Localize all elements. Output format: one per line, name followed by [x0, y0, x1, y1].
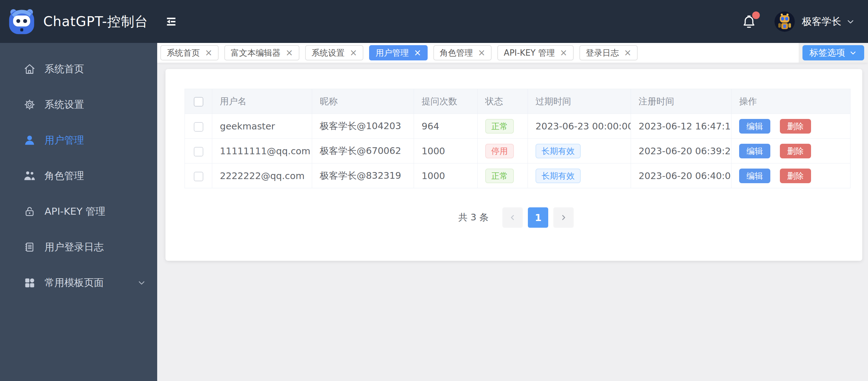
nickname-cell: 极客学长@832319: [312, 163, 414, 188]
chevron-down-icon: [849, 49, 857, 57]
header-actions: 极客学长: [741, 11, 855, 32]
expire-cell: 长期有效: [528, 163, 631, 188]
sidebar: 系统首页系统设置用户管理角色管理API-KEY 管理用户登录日志常用模板页面: [0, 43, 157, 381]
row-select-cell: [185, 163, 212, 188]
close-icon[interactable]: ×: [478, 48, 485, 57]
sidebar-item-label: 用户登录日志: [44, 241, 104, 254]
registered-cell: 2023-06-20 06:39:27: [631, 139, 732, 163]
table-row: 11111111@qq.com极客学长@6700621000停用长期有效2023…: [185, 139, 850, 163]
close-icon[interactable]: ×: [285, 48, 293, 57]
close-icon[interactable]: ×: [560, 48, 567, 57]
pagination-prev-button[interactable]: [502, 208, 523, 228]
expire-badge: 长期有效: [535, 144, 581, 158]
registered-cell: 2023-06-20 06:40:06: [631, 163, 732, 188]
pagination-page-current[interactable]: 1: [528, 208, 548, 228]
top-header: ChatGPT-控制台: [0, 0, 868, 43]
edit-button[interactable]: 编辑: [739, 168, 770, 183]
user-table: 用户名昵称提问次数状态过期时间注册时间操作 geekmaster极客学长@104…: [185, 89, 850, 188]
row-checkbox[interactable]: [194, 147, 203, 156]
status-badge: 正常: [485, 168, 514, 183]
question-count-cell: 1000: [414, 139, 477, 163]
column-header: 注册时间: [631, 89, 732, 114]
select-all-checkbox[interactable]: [194, 97, 203, 106]
sidebar-item-label: API-KEY 管理: [44, 205, 105, 218]
tab-label: 富文本编辑器: [231, 47, 280, 59]
sidebar-item[interactable]: 角色管理: [0, 158, 157, 194]
edit-button[interactable]: 编辑: [739, 119, 770, 134]
tab-label: 角色管理: [440, 47, 473, 59]
actions-cell: 编辑删除: [732, 139, 850, 163]
status-cell: 正常: [477, 163, 528, 188]
delete-button[interactable]: 删除: [780, 119, 811, 134]
home-icon: [24, 63, 36, 75]
table-row: 2222222@qq.com极客学长@8323191000正常长期有效2023-…: [185, 163, 850, 188]
main-area: 系统首页×富文本编辑器×系统设置×用户管理×角色管理×API-KEY 管理×登录…: [157, 43, 868, 381]
delete-button[interactable]: 删除: [780, 144, 811, 158]
expire-cell: 2023-06-23 00:00:00: [528, 114, 631, 139]
lock-icon: [24, 205, 36, 218]
close-icon[interactable]: ×: [624, 48, 631, 57]
close-icon[interactable]: ×: [205, 48, 212, 57]
column-header: 过期时间: [528, 89, 631, 114]
table-row: geekmaster极客学长@104203964正常2023-06-23 00:…: [185, 114, 850, 139]
select-all-header-cell: [185, 89, 212, 114]
column-header: 用户名: [212, 89, 312, 114]
user-menu-chevron-icon[interactable]: [846, 17, 855, 26]
sidebar-item[interactable]: 系统首页: [0, 51, 157, 87]
column-header: 操作: [732, 89, 850, 114]
question-count-cell: 1000: [414, 163, 477, 188]
sidebar-item[interactable]: 常用模板页面: [0, 265, 157, 300]
status-badge: 正常: [485, 119, 514, 134]
content-area: 用户名昵称提问次数状态过期时间注册时间操作 geekmaster极客学长@104…: [157, 63, 868, 381]
sidebar-item[interactable]: 系统设置: [0, 87, 157, 122]
row-select-cell: [185, 139, 212, 163]
tab-item[interactable]: 系统首页×: [160, 45, 219, 60]
tab-label: 登录日志: [586, 47, 619, 59]
sidebar-item[interactable]: 用户管理: [0, 122, 157, 158]
sidebar-item-label: 用户管理: [44, 134, 84, 147]
app-logo-icon: [7, 7, 36, 36]
sidebar-item[interactable]: 用户登录日志: [0, 229, 157, 265]
actions-cell: 编辑删除: [732, 163, 850, 188]
tab-item[interactable]: 登录日志×: [580, 45, 638, 60]
tag-options-button[interactable]: 标签选项: [802, 45, 864, 60]
user-avatar[interactable]: [774, 11, 795, 32]
column-header: 状态: [477, 89, 528, 114]
tab-label: 用户管理: [375, 47, 408, 59]
user-icon: [24, 134, 36, 146]
tab-list: 系统首页×富文本编辑器×系统设置×用户管理×角色管理×API-KEY 管理×登录…: [157, 45, 799, 60]
close-icon[interactable]: ×: [414, 48, 421, 57]
row-checkbox[interactable]: [194, 172, 203, 181]
row-checkbox[interactable]: [194, 122, 203, 132]
tab-item[interactable]: 系统设置×: [305, 45, 363, 60]
delete-button[interactable]: 删除: [780, 168, 811, 183]
sidebar-fold-icon[interactable]: [165, 15, 178, 28]
notification-bell-icon[interactable]: [741, 13, 757, 31]
team-icon: [24, 170, 36, 182]
grid-icon: [24, 277, 36, 289]
user-name[interactable]: 极客学长: [802, 15, 841, 28]
brand: ChatGPT-控制台: [7, 7, 178, 36]
nickname-cell: 极客学长@670062: [312, 139, 414, 163]
question-count-cell: 964: [414, 114, 477, 139]
tab-item[interactable]: 角色管理×: [433, 45, 492, 60]
column-header: 昵称: [312, 89, 414, 114]
sidebar-item[interactable]: API-KEY 管理: [0, 194, 157, 229]
tab-item[interactable]: 用户管理×: [369, 45, 427, 60]
expire-cell: 长期有效: [528, 139, 631, 163]
app-title: ChatGPT-控制台: [43, 13, 148, 31]
pagination-next-button[interactable]: [553, 208, 574, 228]
close-icon[interactable]: ×: [350, 48, 357, 57]
tab-item[interactable]: API-KEY 管理×: [497, 45, 574, 60]
tag-options-area: 标签选项: [799, 43, 868, 63]
tab-label: API-KEY 管理: [504, 47, 555, 59]
nickname-cell: 极客学长@104203: [312, 114, 414, 139]
registered-cell: 2023-06-12 16:47:17: [631, 114, 732, 139]
sidebar-item-label: 系统首页: [44, 62, 84, 76]
edit-button[interactable]: 编辑: [739, 144, 770, 158]
status-cell: 正常: [477, 114, 528, 139]
tab-item[interactable]: 富文本编辑器×: [224, 45, 299, 60]
column-header: 提问次数: [414, 89, 477, 114]
sidebar-item-label: 角色管理: [44, 169, 84, 183]
username-cell: 2222222@qq.com: [212, 163, 312, 188]
